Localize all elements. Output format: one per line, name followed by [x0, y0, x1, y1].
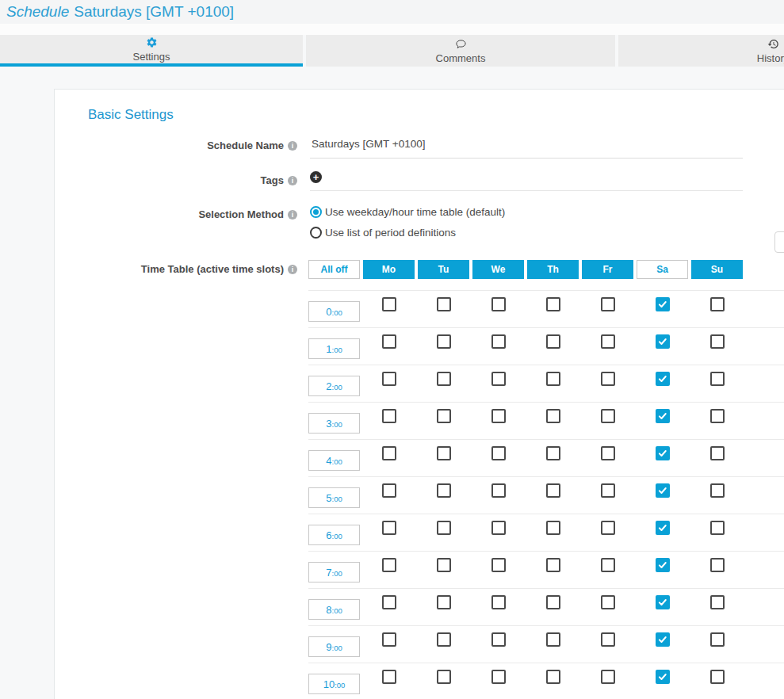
slot-checkbox-su-2[interactable] — [710, 372, 725, 386]
add-tag-button[interactable] — [310, 171, 322, 183]
day-toggle-fr[interactable]: Fr — [582, 260, 633, 279]
slot-checkbox-su-1[interactable] — [710, 334, 725, 349]
slot-checkbox-su-7[interactable] — [710, 558, 725, 572]
slot-checkbox-tu-3[interactable] — [437, 409, 451, 423]
slot-checkbox-sa-4[interactable] — [656, 446, 670, 460]
info-icon[interactable] — [288, 210, 297, 220]
hour-toggle-5[interactable]: 5:00 — [308, 487, 360, 508]
hour-toggle-3[interactable]: 3:00 — [308, 413, 360, 434]
slot-checkbox-th-3[interactable] — [546, 409, 560, 423]
slot-checkbox-su-10[interactable] — [710, 670, 725, 684]
slot-checkbox-tu-10[interactable] — [437, 670, 451, 684]
slot-checkbox-sa-8[interactable] — [656, 595, 670, 609]
slot-checkbox-su-3[interactable] — [710, 409, 725, 423]
slot-checkbox-fr-6[interactable] — [601, 521, 615, 535]
day-toggle-th[interactable]: Th — [527, 260, 579, 279]
slot-checkbox-mo-7[interactable] — [382, 558, 396, 572]
radio-button-unselected[interactable] — [310, 227, 322, 239]
slot-checkbox-mo-1[interactable] — [382, 334, 396, 349]
slot-checkbox-sa-2[interactable] — [656, 372, 670, 386]
hour-toggle-6[interactable]: 6:00 — [308, 525, 360, 545]
slot-checkbox-th-9[interactable] — [546, 632, 560, 647]
slot-checkbox-sa-0[interactable] — [656, 297, 670, 311]
slot-checkbox-sa-1[interactable] — [656, 334, 670, 349]
slot-checkbox-mo-4[interactable] — [382, 446, 396, 460]
slot-checkbox-th-8[interactable] — [546, 595, 560, 609]
slot-checkbox-we-3[interactable] — [491, 409, 506, 423]
slot-checkbox-sa-5[interactable] — [656, 483, 670, 498]
slot-checkbox-fr-10[interactable] — [601, 670, 615, 684]
slot-checkbox-tu-4[interactable] — [437, 446, 451, 460]
hour-toggle-9[interactable]: 9:00 — [308, 636, 360, 657]
slot-checkbox-we-7[interactable] — [491, 558, 506, 572]
slot-checkbox-sa-10[interactable] — [656, 670, 670, 684]
slot-checkbox-mo-0[interactable] — [382, 297, 396, 311]
slot-checkbox-su-8[interactable] — [710, 595, 725, 609]
slot-checkbox-fr-0[interactable] — [601, 297, 615, 311]
slot-checkbox-we-6[interactable] — [491, 521, 506, 535]
hour-toggle-0[interactable]: 0:00 — [308, 301, 360, 322]
slot-checkbox-fr-8[interactable] — [601, 595, 615, 609]
slot-checkbox-tu-1[interactable] — [437, 334, 451, 349]
slot-checkbox-su-6[interactable] — [710, 521, 725, 535]
slot-checkbox-mo-10[interactable] — [382, 670, 396, 684]
slot-checkbox-su-0[interactable] — [710, 297, 725, 311]
slot-checkbox-mo-6[interactable] — [382, 521, 396, 535]
side-panel-handle[interactable] — [774, 231, 784, 253]
slot-checkbox-th-0[interactable] — [546, 297, 560, 311]
slot-checkbox-su-5[interactable] — [710, 483, 725, 498]
slot-checkbox-fr-5[interactable] — [601, 483, 615, 498]
slot-checkbox-th-4[interactable] — [546, 446, 560, 460]
radio-option-timetable[interactable]: Use weekday/hour time table (default) — [310, 206, 505, 218]
slot-checkbox-fr-3[interactable] — [601, 409, 615, 423]
slot-checkbox-fr-1[interactable] — [601, 334, 615, 349]
slot-checkbox-we-2[interactable] — [491, 372, 506, 386]
slot-checkbox-th-1[interactable] — [546, 334, 560, 349]
slot-checkbox-fr-7[interactable] — [601, 558, 615, 572]
tab-settings[interactable]: Settings — [0, 35, 303, 67]
hour-toggle-2[interactable]: 2:00 — [308, 376, 360, 396]
hour-toggle-8[interactable]: 8:00 — [308, 599, 360, 620]
slot-checkbox-tu-5[interactable] — [437, 483, 451, 498]
day-toggle-su[interactable]: Su — [691, 260, 743, 279]
day-toggle-mo[interactable]: Mo — [363, 260, 415, 279]
slot-checkbox-we-0[interactable] — [491, 297, 506, 311]
tab-comments[interactable]: Comments — [306, 35, 615, 67]
slot-checkbox-tu-0[interactable] — [437, 297, 451, 311]
slot-checkbox-we-8[interactable] — [491, 595, 506, 609]
slot-checkbox-su-4[interactable] — [710, 446, 725, 460]
hour-toggle-4[interactable]: 4:00 — [308, 450, 360, 471]
tab-history[interactable]: History — [618, 35, 784, 67]
info-icon[interactable] — [288, 176, 297, 185]
schedule-name-input[interactable] — [310, 136, 743, 159]
slot-checkbox-mo-9[interactable] — [382, 632, 396, 647]
info-icon[interactable] — [288, 141, 297, 151]
slot-checkbox-mo-3[interactable] — [382, 409, 396, 423]
slot-checkbox-sa-6[interactable] — [656, 521, 670, 535]
slot-checkbox-tu-9[interactable] — [437, 632, 451, 647]
slot-checkbox-tu-6[interactable] — [437, 521, 451, 535]
info-icon[interactable] — [288, 265, 297, 274]
slot-checkbox-th-6[interactable] — [546, 521, 560, 535]
slot-checkbox-fr-4[interactable] — [601, 446, 615, 460]
all-off-button[interactable]: All off — [308, 260, 360, 279]
slot-checkbox-we-5[interactable] — [491, 483, 506, 498]
radio-option-periods[interactable]: Use list of period definitions — [310, 227, 505, 239]
slot-checkbox-su-9[interactable] — [710, 632, 725, 647]
slot-checkbox-sa-7[interactable] — [656, 558, 670, 572]
slot-checkbox-tu-2[interactable] — [437, 372, 451, 386]
slot-checkbox-we-1[interactable] — [491, 334, 506, 349]
slot-checkbox-th-5[interactable] — [546, 483, 560, 498]
slot-checkbox-sa-9[interactable] — [656, 632, 670, 647]
slot-checkbox-we-9[interactable] — [491, 632, 506, 647]
slot-checkbox-th-7[interactable] — [546, 558, 560, 572]
slot-checkbox-tu-8[interactable] — [437, 595, 451, 609]
slot-checkbox-mo-5[interactable] — [382, 483, 396, 498]
slot-checkbox-th-10[interactable] — [546, 670, 560, 684]
slot-checkbox-mo-2[interactable] — [382, 372, 396, 386]
slot-checkbox-fr-2[interactable] — [601, 372, 615, 386]
slot-checkbox-fr-9[interactable] — [601, 632, 615, 647]
slot-checkbox-sa-3[interactable] — [656, 409, 670, 423]
slot-checkbox-tu-7[interactable] — [437, 558, 451, 572]
radio-button-selected[interactable] — [310, 206, 322, 218]
